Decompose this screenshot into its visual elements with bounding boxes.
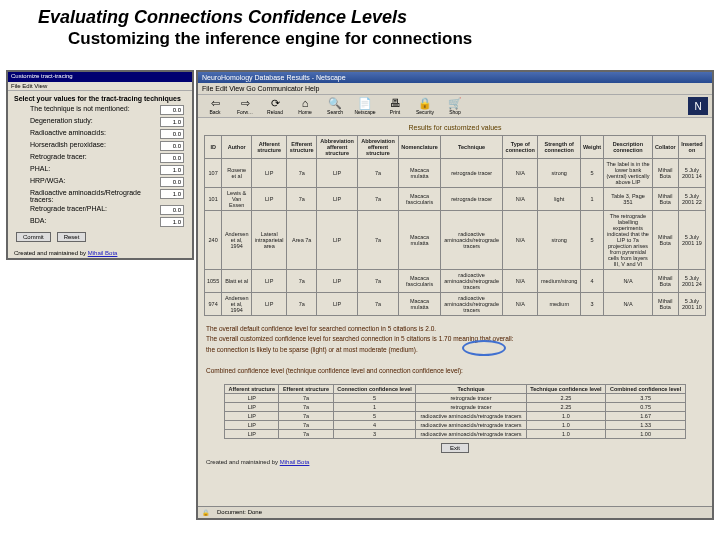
table-cell: radioactive aminoacids/retrograde tracer… — [441, 270, 503, 293]
technique-row: Retrograde tracer/PHAL: — [8, 204, 192, 216]
table-cell: 7a — [358, 293, 399, 316]
table-cell: Area 7a — [287, 211, 317, 270]
table-cell: Andersen et al, 1994 — [222, 293, 252, 316]
summary-block: The overall default confidence level for… — [204, 316, 706, 380]
table-row: LIP7a1retrograde tracer2.250.75 — [225, 402, 686, 411]
reload-button[interactable]: ⟳Reload — [262, 98, 288, 115]
table-cell: LIP — [252, 188, 287, 211]
table-cell: 7a — [279, 402, 333, 411]
table-cell: Mihail Bota — [652, 270, 678, 293]
technique-value-input[interactable] — [160, 217, 184, 227]
table-row: 1055Blatt et alLIP7aLIP7aMacaca fascicul… — [205, 270, 706, 293]
combined-table: Afferent structureEfferent structureConn… — [224, 384, 686, 439]
customize-menubar[interactable]: File Edit View — [8, 82, 192, 91]
technique-value-input[interactable] — [160, 189, 184, 199]
browser-menubar[interactable]: File Edit View Go Communicator Help — [198, 83, 712, 95]
column-header: Nomenclature — [398, 136, 440, 159]
table-cell: N/A — [604, 270, 653, 293]
table-cell: 1.67 — [606, 411, 686, 420]
technique-label: Horseradish peroxidase: — [30, 141, 106, 151]
technique-row: The technique is not mentioned: — [8, 104, 192, 116]
reset-button[interactable]: Reset — [57, 232, 87, 242]
table-cell: radioactive aminoacids/retrograde tracer… — [441, 211, 503, 270]
technique-value-input[interactable] — [160, 117, 184, 127]
technique-value-input[interactable] — [160, 153, 184, 163]
table-cell: 974 — [205, 293, 222, 316]
browser-credit-link[interactable]: Mihail Bota — [280, 459, 310, 465]
security-button[interactable]: 🔒Security — [412, 98, 438, 115]
column-header: Efferent structure — [287, 136, 317, 159]
table-row: LIP7a5retrograde tracer2.253.75 — [225, 393, 686, 402]
table-row: LIP7a3radioactive aminoacids/retrograde … — [225, 429, 686, 438]
table-cell: 0.75 — [606, 402, 686, 411]
technique-value-input[interactable] — [160, 105, 184, 115]
table-cell: N/A — [503, 159, 538, 188]
results-caption: Results for customized values — [204, 122, 706, 135]
table-cell: 1.0 — [526, 420, 606, 429]
commit-button[interactable]: Commit — [16, 232, 51, 242]
netscape-button-icon: 📄 — [358, 98, 372, 109]
technique-row: Radioactive aminoacids/Retrograde tracer… — [8, 188, 192, 204]
column-header: Abbreviation afferent structure — [317, 136, 358, 159]
home-button[interactable]: ⌂Home — [292, 98, 318, 115]
forward-button[interactable]: ⇨Forw… — [232, 98, 258, 115]
table-cell: N/A — [503, 211, 538, 270]
table-cell: Blatt et al — [222, 270, 252, 293]
table-cell: 4 — [333, 420, 416, 429]
highlight-circle-icon — [462, 340, 506, 356]
table-cell: LIP — [225, 393, 279, 402]
table-cell: Mihail Bota — [652, 159, 678, 188]
exit-button[interactable]: Exit — [441, 443, 469, 453]
table-cell: N/A — [503, 188, 538, 211]
toolbar-label: Security — [416, 109, 434, 115]
technique-value-input[interactable] — [160, 141, 184, 151]
technique-value-input[interactable] — [160, 129, 184, 139]
table-cell: 1.0 — [526, 411, 606, 420]
column-header: Description connection — [604, 136, 653, 159]
shop-button[interactable]: 🛒Shop — [442, 98, 468, 115]
table-cell: retrograde tracer — [416, 402, 526, 411]
table-cell: 7a — [287, 293, 317, 316]
table-cell: 7a — [358, 211, 399, 270]
table-cell: 7a — [279, 429, 333, 438]
table-cell: 5 July 2001 24 — [678, 270, 705, 293]
table-cell: Macaca fascicularis — [398, 188, 440, 211]
technique-row: PHAL: — [8, 164, 192, 176]
column-header: Weight — [580, 136, 603, 159]
table-cell: Macaca mulatta — [398, 159, 440, 188]
table-cell: Andersen et al, 1994 — [222, 211, 252, 270]
table-cell: 1.00 — [606, 429, 686, 438]
table-cell: 5 — [333, 393, 416, 402]
table-cell: LIP — [317, 159, 358, 188]
table-cell: Table 3, Page 351 — [604, 188, 653, 211]
netscape-button[interactable]: 📄Netscape — [352, 98, 378, 115]
search-button[interactable]: 🔍Search — [322, 98, 348, 115]
table-cell: LIP — [225, 402, 279, 411]
table-cell: Mihail Bota — [652, 293, 678, 316]
credit-link[interactable]: Mihail Bota — [88, 250, 118, 256]
table-cell: The label is in the lower bank (ventral)… — [604, 159, 653, 188]
table-cell: strong — [538, 211, 581, 270]
toolbar-label: Shop — [449, 109, 461, 115]
toolbar-label: Netscape — [354, 109, 375, 115]
technique-value-input[interactable] — [160, 177, 184, 187]
table-cell: N/A — [503, 270, 538, 293]
customize-window: Customize tract-tracing File Edit View S… — [6, 70, 194, 260]
table-cell: light — [538, 188, 581, 211]
technique-value-input[interactable] — [160, 205, 184, 215]
table-cell: LIP — [317, 270, 358, 293]
table-cell: 7a — [358, 270, 399, 293]
column-header: Connection confidence level — [333, 384, 416, 393]
security-button-icon: 🔒 — [418, 98, 432, 109]
column-header: Author — [222, 136, 252, 159]
table-cell: medium/strong — [538, 270, 581, 293]
table-cell: 5 July 2001 10 — [678, 293, 705, 316]
table-cell: retrograde tracer — [416, 393, 526, 402]
print-button[interactable]: 🖶Print — [382, 98, 408, 115]
back-button[interactable]: ⇦Back — [202, 98, 228, 115]
table-cell: Lateral intraparietal area — [252, 211, 287, 270]
technique-value-input[interactable] — [160, 165, 184, 175]
table-cell: 7a — [279, 420, 333, 429]
technique-row: Radioactive aminoacids: — [8, 128, 192, 140]
table-cell: 7a — [358, 188, 399, 211]
